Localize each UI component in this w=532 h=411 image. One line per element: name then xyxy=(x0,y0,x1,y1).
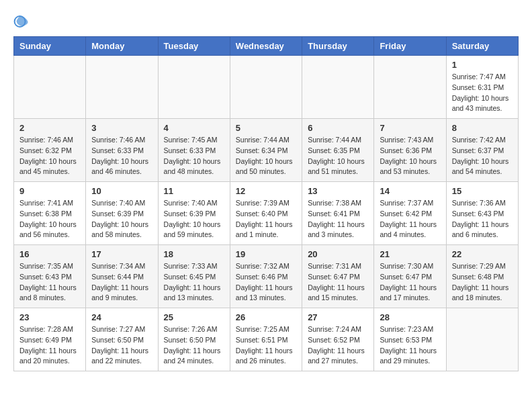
calendar-cell xyxy=(230,56,302,119)
calendar-cell xyxy=(14,56,86,119)
day-info: Sunrise: 7:42 AM Sunset: 6:37 PM Dayligh… xyxy=(452,135,513,177)
day-number: 11 xyxy=(164,186,224,196)
day-number: 4 xyxy=(164,123,224,133)
day-number: 14 xyxy=(380,186,440,196)
day-number: 1 xyxy=(452,60,513,70)
day-info: Sunrise: 7:34 AM Sunset: 6:44 PM Dayligh… xyxy=(91,261,152,304)
calendar-week-row: 16Sunrise: 7:35 AM Sunset: 6:43 PM Dayli… xyxy=(14,245,519,308)
calendar-week-row: 1Sunrise: 7:47 AM Sunset: 6:31 PM Daylig… xyxy=(14,56,519,119)
day-number: 24 xyxy=(91,312,152,322)
day-info: Sunrise: 7:26 AM Sunset: 6:50 PM Dayligh… xyxy=(164,324,224,367)
day-info: Sunrise: 7:39 AM Sunset: 6:40 PM Dayligh… xyxy=(236,198,296,240)
logo-icon xyxy=(13,13,30,30)
day-info: Sunrise: 7:47 AM Sunset: 6:31 PM Dayligh… xyxy=(452,72,513,114)
calendar-cell: 19Sunrise: 7:32 AM Sunset: 6:46 PM Dayli… xyxy=(230,245,302,308)
day-info: Sunrise: 7:43 AM Sunset: 6:36 PM Dayligh… xyxy=(380,135,440,177)
calendar-week-row: 9Sunrise: 7:41 AM Sunset: 6:38 PM Daylig… xyxy=(14,182,519,245)
day-info: Sunrise: 7:29 AM Sunset: 6:48 PM Dayligh… xyxy=(452,261,513,304)
calendar-week-row: 23Sunrise: 7:28 AM Sunset: 6:49 PM Dayli… xyxy=(14,308,519,371)
day-number: 23 xyxy=(19,312,80,322)
calendar-cell: 1Sunrise: 7:47 AM Sunset: 6:31 PM Daylig… xyxy=(446,56,518,119)
weekday-header: Sunday xyxy=(14,37,86,56)
calendar-cell: 20Sunrise: 7:31 AM Sunset: 6:47 PM Dayli… xyxy=(302,245,374,308)
calendar-cell xyxy=(158,56,230,119)
calendar-cell: 6Sunrise: 7:44 AM Sunset: 6:35 PM Daylig… xyxy=(302,119,374,182)
calendar-cell: 23Sunrise: 7:28 AM Sunset: 6:49 PM Dayli… xyxy=(14,308,86,371)
calendar-cell: 21Sunrise: 7:30 AM Sunset: 6:47 PM Dayli… xyxy=(374,245,446,308)
day-info: Sunrise: 7:35 AM Sunset: 6:43 PM Dayligh… xyxy=(19,261,80,304)
day-info: Sunrise: 7:25 AM Sunset: 6:51 PM Dayligh… xyxy=(236,324,296,367)
calendar-cell xyxy=(374,56,446,119)
day-number: 26 xyxy=(236,312,296,322)
day-number: 12 xyxy=(236,186,296,196)
calendar-cell: 26Sunrise: 7:25 AM Sunset: 6:51 PM Dayli… xyxy=(230,308,302,371)
day-info: Sunrise: 7:41 AM Sunset: 6:38 PM Dayligh… xyxy=(19,198,80,240)
calendar-cell xyxy=(86,56,158,119)
calendar-cell: 14Sunrise: 7:37 AM Sunset: 6:42 PM Dayli… xyxy=(374,182,446,245)
calendar-cell: 11Sunrise: 7:40 AM Sunset: 6:39 PM Dayli… xyxy=(158,182,230,245)
calendar-cell: 4Sunrise: 7:45 AM Sunset: 6:33 PM Daylig… xyxy=(158,119,230,182)
day-number: 9 xyxy=(19,186,80,196)
day-number: 19 xyxy=(236,249,296,259)
calendar-cell xyxy=(446,308,518,371)
day-info: Sunrise: 7:38 AM Sunset: 6:41 PM Dayligh… xyxy=(308,198,368,240)
day-info: Sunrise: 7:23 AM Sunset: 6:53 PM Dayligh… xyxy=(380,324,440,367)
day-info: Sunrise: 7:24 AM Sunset: 6:52 PM Dayligh… xyxy=(308,324,368,367)
calendar-cell: 24Sunrise: 7:27 AM Sunset: 6:50 PM Dayli… xyxy=(86,308,158,371)
day-info: Sunrise: 7:44 AM Sunset: 6:35 PM Dayligh… xyxy=(308,135,368,177)
calendar-week-row: 2Sunrise: 7:46 AM Sunset: 6:32 PM Daylig… xyxy=(14,119,519,182)
weekday-header: Monday xyxy=(86,37,158,56)
calendar-cell: 9Sunrise: 7:41 AM Sunset: 6:38 PM Daylig… xyxy=(14,182,86,245)
day-number: 8 xyxy=(452,123,513,133)
day-number: 22 xyxy=(452,249,513,259)
day-info: Sunrise: 7:40 AM Sunset: 6:39 PM Dayligh… xyxy=(91,198,152,240)
calendar-header-row: SundayMondayTuesdayWednesdayThursdayFrid… xyxy=(14,37,519,56)
calendar-cell: 5Sunrise: 7:44 AM Sunset: 6:34 PM Daylig… xyxy=(230,119,302,182)
calendar-cell: 18Sunrise: 7:33 AM Sunset: 6:45 PM Dayli… xyxy=(158,245,230,308)
day-number: 3 xyxy=(91,123,152,133)
day-info: Sunrise: 7:40 AM Sunset: 6:39 PM Dayligh… xyxy=(164,198,224,240)
calendar-cell: 8Sunrise: 7:42 AM Sunset: 6:37 PM Daylig… xyxy=(446,119,518,182)
calendar-cell: 17Sunrise: 7:34 AM Sunset: 6:44 PM Dayli… xyxy=(86,245,158,308)
calendar-cell: 15Sunrise: 7:36 AM Sunset: 6:43 PM Dayli… xyxy=(446,182,518,245)
day-info: Sunrise: 7:31 AM Sunset: 6:47 PM Dayligh… xyxy=(308,261,368,304)
day-info: Sunrise: 7:37 AM Sunset: 6:42 PM Dayligh… xyxy=(380,198,440,240)
day-number: 2 xyxy=(19,123,80,133)
calendar-cell: 10Sunrise: 7:40 AM Sunset: 6:39 PM Dayli… xyxy=(86,182,158,245)
logo xyxy=(13,13,32,30)
calendar-cell: 22Sunrise: 7:29 AM Sunset: 6:48 PM Dayli… xyxy=(446,245,518,308)
day-info: Sunrise: 7:32 AM Sunset: 6:46 PM Dayligh… xyxy=(236,261,296,304)
calendar-cell: 3Sunrise: 7:46 AM Sunset: 6:33 PM Daylig… xyxy=(86,119,158,182)
weekday-header: Wednesday xyxy=(230,37,302,56)
day-number: 18 xyxy=(164,249,224,259)
day-info: Sunrise: 7:46 AM Sunset: 6:33 PM Dayligh… xyxy=(91,135,152,177)
day-number: 20 xyxy=(308,249,368,259)
day-number: 16 xyxy=(19,249,80,259)
day-number: 25 xyxy=(164,312,224,322)
day-info: Sunrise: 7:36 AM Sunset: 6:43 PM Dayligh… xyxy=(452,198,513,240)
day-info: Sunrise: 7:45 AM Sunset: 6:33 PM Dayligh… xyxy=(164,135,224,177)
day-number: 7 xyxy=(380,123,440,133)
calendar-cell: 13Sunrise: 7:38 AM Sunset: 6:41 PM Dayli… xyxy=(302,182,374,245)
day-number: 6 xyxy=(308,123,368,133)
calendar-table: SundayMondayTuesdayWednesdayThursdayFrid… xyxy=(13,36,519,371)
day-number: 13 xyxy=(308,186,368,196)
calendar-cell: 28Sunrise: 7:23 AM Sunset: 6:53 PM Dayli… xyxy=(374,308,446,371)
day-info: Sunrise: 7:44 AM Sunset: 6:34 PM Dayligh… xyxy=(236,135,296,177)
weekday-header: Saturday xyxy=(446,37,518,56)
calendar-cell: 7Sunrise: 7:43 AM Sunset: 6:36 PM Daylig… xyxy=(374,119,446,182)
page-header xyxy=(13,13,519,30)
day-number: 10 xyxy=(91,186,152,196)
calendar-cell: 25Sunrise: 7:26 AM Sunset: 6:50 PM Dayli… xyxy=(158,308,230,371)
calendar-cell xyxy=(302,56,374,119)
day-number: 15 xyxy=(452,186,513,196)
calendar-cell: 16Sunrise: 7:35 AM Sunset: 6:43 PM Dayli… xyxy=(14,245,86,308)
day-number: 28 xyxy=(380,312,440,322)
calendar-cell: 27Sunrise: 7:24 AM Sunset: 6:52 PM Dayli… xyxy=(302,308,374,371)
day-number: 5 xyxy=(236,123,296,133)
day-number: 27 xyxy=(308,312,368,322)
day-info: Sunrise: 7:28 AM Sunset: 6:49 PM Dayligh… xyxy=(19,324,80,367)
day-info: Sunrise: 7:46 AM Sunset: 6:32 PM Dayligh… xyxy=(19,135,80,177)
weekday-header: Tuesday xyxy=(158,37,230,56)
day-info: Sunrise: 7:27 AM Sunset: 6:50 PM Dayligh… xyxy=(91,324,152,367)
